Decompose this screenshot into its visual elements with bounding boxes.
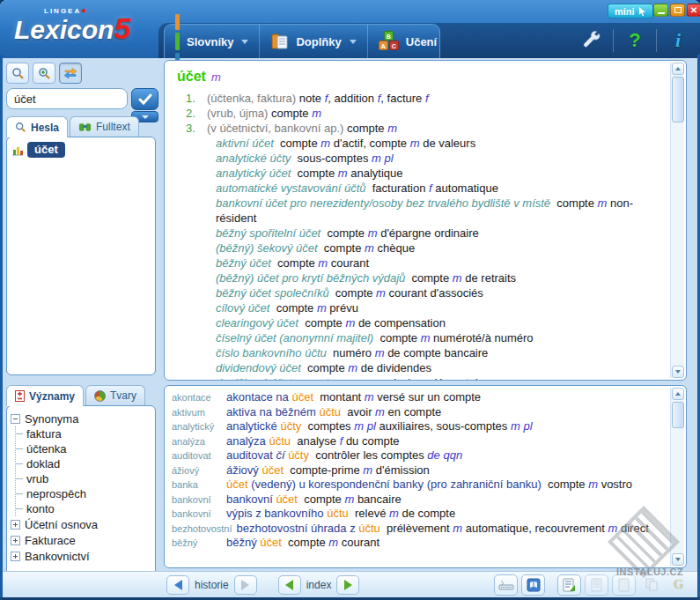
collocation-row[interactable]: ážiovýážiový účet compte-prime m d'émiss… — [172, 463, 665, 478]
info-button[interactable]: i — [665, 27, 691, 54]
expand-icon[interactable] — [11, 520, 20, 530]
close-button[interactable]: ✕ — [687, 4, 700, 17]
main-menu: Slovníky Doplňky B A C Učení — [164, 24, 440, 58]
menu-doplnky[interactable]: Doplňky — [259, 25, 366, 58]
list-item[interactable]: účet — [11, 142, 151, 158]
index-prev-button[interactable] — [278, 575, 301, 595]
collocation-row[interactable]: aktivumaktiva na běžném účtu avoir m en … — [172, 405, 665, 420]
bar-chart-icon — [11, 144, 24, 156]
collocation-row[interactable]: bankovnívýpis z bankovního účtu relevé m… — [172, 507, 665, 522]
logo-word: Lexicon — [14, 15, 114, 44]
collocation-row[interactable]: bankaúčet (vedený) u korespondenční bank… — [172, 478, 665, 493]
tree-node: Fakturace — [11, 533, 151, 548]
entry-panel: účetm 1.(účtenka, faktura) note f, addit… — [164, 60, 687, 381]
tree-child-item[interactable]: vrub — [16, 471, 151, 486]
collocation-phrase: výpis z bankovního účtu relevé m de comp… — [226, 507, 665, 522]
collocation-phrase: auditovat čí účty contrôler les comptes … — [226, 448, 665, 463]
collocation-row[interactable]: analýzaanalýza účtu analyse f du compte — [172, 434, 665, 449]
collocation-row[interactable]: bankovníbankovní účet compte m bancaire — [172, 493, 665, 507]
logo-dot: ● — [81, 5, 88, 15]
headword-gender: m — [211, 70, 221, 84]
watermark-text: INSTALUJ.CZ — [616, 567, 683, 577]
search-confirm-button[interactable] — [131, 88, 158, 110]
tree-item[interactable]: Fakturace — [11, 533, 151, 548]
phrase-row: aktivní účet compte m d'actif, compte m … — [177, 136, 665, 151]
collapse-icon[interactable] — [11, 414, 20, 424]
tree-child-item[interactable]: faktura — [16, 426, 151, 441]
collocation-key: bankovní — [172, 507, 226, 522]
tree-child-item[interactable]: neprospěch — [16, 486, 151, 501]
index-next-button[interactable] — [336, 575, 359, 595]
tab-fulltext[interactable]: Fulltext — [70, 116, 139, 137]
search-input[interactable] — [6, 88, 128, 109]
scrollbar-thumb[interactable] — [672, 402, 684, 428]
search-tool-button[interactable] — [6, 63, 29, 84]
tree-child-item[interactable]: účtenka — [16, 441, 151, 456]
tree-child-item[interactable]: doklad — [16, 456, 151, 471]
tree-item[interactable]: Účetní osnova — [11, 517, 151, 532]
expand-icon[interactable] — [11, 536, 20, 545]
history-back-button[interactable] — [166, 575, 189, 595]
collocation-phrase: běžný účet compte m courant — [226, 536, 665, 551]
entry-list-icon — [563, 578, 576, 592]
collocation-key: analýza — [172, 434, 226, 449]
help-button[interactable]: ? — [622, 27, 648, 54]
scroll-up-icon[interactable] — [672, 388, 684, 400]
collocation-row[interactable]: analytickýanalytické účty comptes m pl a… — [172, 419, 665, 434]
page-button-1[interactable] — [585, 574, 608, 596]
mini-mode-button[interactable]: mini — [608, 4, 653, 19]
page-button-2[interactable] — [612, 574, 636, 596]
tree-item[interactable]: Bankovnictví — [11, 549, 151, 564]
menu-slovniky[interactable]: Slovníky — [165, 25, 259, 58]
collocation-key: bankovní — [172, 493, 226, 507]
scroll-down-icon[interactable] — [672, 553, 684, 566]
google-button[interactable]: G — [667, 574, 690, 596]
tree-child-item[interactable]: konto — [16, 501, 151, 516]
settings-button[interactable] — [578, 27, 605, 54]
swap-direction-button[interactable] — [59, 63, 82, 84]
expand-icon[interactable] — [11, 552, 20, 561]
phrase-row: běžný spořitelní účet compte m d'épargne… — [177, 226, 665, 241]
history-forward-button[interactable] — [234, 575, 257, 595]
topics-tree-panel: Synonymafakturaúčtenkadokladvrubneprospě… — [6, 405, 156, 594]
tree-item[interactable]: Synonyma — [11, 411, 151, 426]
collocation-row[interactable]: bezhotovostníbezhotovostní úhrada z účtu… — [172, 522, 665, 537]
sense-body: (v účetnictví, bankovní ap.) compte m — [200, 121, 665, 136]
collocation-row[interactable]: akontaceakontace na účet montant m versé… — [172, 390, 665, 405]
scrollbar-thumb[interactable] — [672, 77, 684, 122]
sense-row: 2.(vrub, újma) compte m — [177, 106, 665, 121]
keyboard-icon — [498, 580, 514, 590]
search-plus-button[interactable] — [33, 63, 55, 84]
logo-lingea: LINGEA — [44, 7, 81, 15]
lexicon-window: LINGEA● Lexicon5 mini ✕ Slovníky Doplňky — [0, 0, 700, 600]
phrase-row: běžný účet compte m courant — [177, 256, 665, 270]
phrase-row: automatické vystavování účtů facturation… — [177, 181, 665, 196]
phrase-row: běžný účet společníků compte m courant d… — [177, 285, 665, 300]
dictionary-button[interactable] — [521, 574, 545, 596]
collocation-key: akontace — [172, 390, 226, 405]
phrase-row: číslo bankovního účtu numéro m de compte… — [177, 345, 665, 360]
maximize-button[interactable] — [670, 4, 685, 17]
collocation-phrase: analýza účtu analyse f du compte — [226, 434, 665, 449]
collocation-row[interactable]: běžnýběžný účet compte m courant — [172, 536, 665, 551]
tree-node: Účetní osnova — [11, 517, 151, 532]
sense-body: (účtenka, faktura) note f, addition f, f… — [200, 91, 665, 106]
sidebar-toolbar — [6, 63, 82, 84]
arrow-left-icon — [174, 580, 182, 590]
phrase-row: (běžný) účet pro krytí běžných výdajů co… — [177, 270, 665, 285]
tab-hesla[interactable]: Hesla — [6, 116, 68, 137]
tab-tvary[interactable]: Tvary — [85, 385, 145, 405]
collocation-row[interactable]: auditovatauditovat čí účty contrôler les… — [172, 448, 665, 463]
scroll-up-icon[interactable] — [672, 63, 684, 75]
keyboard-button[interactable] — [494, 574, 518, 596]
sense-row: 1.(účtenka, faktura) note f, addition f,… — [177, 91, 665, 106]
scroll-down-icon[interactable] — [672, 366, 684, 378]
entry-list-button[interactable] — [557, 574, 581, 596]
dictionary-icon — [527, 578, 541, 592]
tab-vyznamy[interactable]: Významy — [6, 385, 84, 406]
menu-uceni[interactable]: B A C Učení — [367, 25, 447, 58]
entry-scrollbar[interactable] — [670, 63, 684, 378]
tree-children: fakturaúčtenkadokladvrubneprospěchkonto — [15, 426, 151, 516]
index-label: index — [304, 579, 335, 591]
minimize-button[interactable] — [653, 4, 668, 17]
